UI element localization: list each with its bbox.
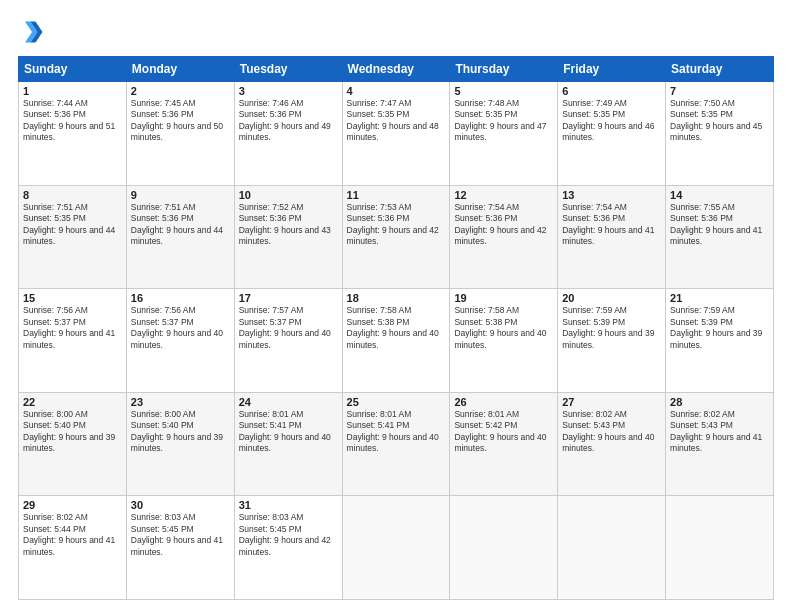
day-content: Sunrise: 7:55 AMSunset: 5:36 PMDaylight:… [670,202,769,248]
calendar-cell: 24Sunrise: 8:01 AMSunset: 5:41 PMDayligh… [234,392,342,496]
calendar-cell: 10Sunrise: 7:52 AMSunset: 5:36 PMDayligh… [234,185,342,289]
day-number: 8 [23,189,122,201]
day-number: 20 [562,292,661,304]
day-content: Sunrise: 8:01 AMSunset: 5:42 PMDaylight:… [454,409,553,455]
day-number: 18 [347,292,446,304]
calendar-cell: 13Sunrise: 7:54 AMSunset: 5:36 PMDayligh… [558,185,666,289]
calendar-cell: 23Sunrise: 8:00 AMSunset: 5:40 PMDayligh… [126,392,234,496]
day-content: Sunrise: 8:00 AMSunset: 5:40 PMDaylight:… [131,409,230,455]
day-number: 22 [23,396,122,408]
calendar-week-row: 8Sunrise: 7:51 AMSunset: 5:35 PMDaylight… [19,185,774,289]
day-content: Sunrise: 8:01 AMSunset: 5:41 PMDaylight:… [347,409,446,455]
day-number: 15 [23,292,122,304]
calendar-cell: 14Sunrise: 7:55 AMSunset: 5:36 PMDayligh… [666,185,774,289]
day-content: Sunrise: 7:50 AMSunset: 5:35 PMDaylight:… [670,98,769,144]
column-header-monday: Monday [126,57,234,82]
column-header-wednesday: Wednesday [342,57,450,82]
day-content: Sunrise: 7:53 AMSunset: 5:36 PMDaylight:… [347,202,446,248]
calendar-cell: 1Sunrise: 7:44 AMSunset: 5:36 PMDaylight… [19,82,127,186]
day-number: 24 [239,396,338,408]
day-number: 25 [347,396,446,408]
day-content: Sunrise: 8:03 AMSunset: 5:45 PMDaylight:… [239,512,338,558]
calendar-cell: 25Sunrise: 8:01 AMSunset: 5:41 PMDayligh… [342,392,450,496]
day-number: 30 [131,499,230,511]
calendar-week-row: 1Sunrise: 7:44 AMSunset: 5:36 PMDaylight… [19,82,774,186]
day-content: Sunrise: 8:00 AMSunset: 5:40 PMDaylight:… [23,409,122,455]
day-content: Sunrise: 8:02 AMSunset: 5:43 PMDaylight:… [562,409,661,455]
column-header-thursday: Thursday [450,57,558,82]
day-number: 14 [670,189,769,201]
calendar-cell: 27Sunrise: 8:02 AMSunset: 5:43 PMDayligh… [558,392,666,496]
day-content: Sunrise: 7:44 AMSunset: 5:36 PMDaylight:… [23,98,122,144]
calendar-cell [558,496,666,600]
calendar-cell: 30Sunrise: 8:03 AMSunset: 5:45 PMDayligh… [126,496,234,600]
header [18,18,774,46]
day-number: 27 [562,396,661,408]
calendar-cell: 5Sunrise: 7:48 AMSunset: 5:35 PMDaylight… [450,82,558,186]
calendar-body: 1Sunrise: 7:44 AMSunset: 5:36 PMDaylight… [19,82,774,600]
day-number: 12 [454,189,553,201]
logo [18,18,50,46]
calendar-cell: 22Sunrise: 8:00 AMSunset: 5:40 PMDayligh… [19,392,127,496]
day-content: Sunrise: 7:54 AMSunset: 5:36 PMDaylight:… [454,202,553,248]
calendar-week-row: 15Sunrise: 7:56 AMSunset: 5:37 PMDayligh… [19,289,774,393]
day-number: 11 [347,189,446,201]
column-header-saturday: Saturday [666,57,774,82]
day-number: 10 [239,189,338,201]
column-header-tuesday: Tuesday [234,57,342,82]
calendar-cell: 12Sunrise: 7:54 AMSunset: 5:36 PMDayligh… [450,185,558,289]
day-number: 1 [23,85,122,97]
calendar-cell: 9Sunrise: 7:51 AMSunset: 5:36 PMDaylight… [126,185,234,289]
day-number: 2 [131,85,230,97]
day-content: Sunrise: 7:59 AMSunset: 5:39 PMDaylight:… [562,305,661,351]
calendar-cell: 3Sunrise: 7:46 AMSunset: 5:36 PMDaylight… [234,82,342,186]
day-content: Sunrise: 7:51 AMSunset: 5:36 PMDaylight:… [131,202,230,248]
calendar-cell: 6Sunrise: 7:49 AMSunset: 5:35 PMDaylight… [558,82,666,186]
calendar-week-row: 29Sunrise: 8:02 AMSunset: 5:44 PMDayligh… [19,496,774,600]
day-number: 23 [131,396,230,408]
calendar-cell [342,496,450,600]
day-number: 29 [23,499,122,511]
day-content: Sunrise: 7:56 AMSunset: 5:37 PMDaylight:… [23,305,122,351]
day-number: 7 [670,85,769,97]
column-header-sunday: Sunday [19,57,127,82]
calendar-cell: 29Sunrise: 8:02 AMSunset: 5:44 PMDayligh… [19,496,127,600]
day-content: Sunrise: 7:54 AMSunset: 5:36 PMDaylight:… [562,202,661,248]
calendar-cell [450,496,558,600]
calendar-cell: 8Sunrise: 7:51 AMSunset: 5:35 PMDaylight… [19,185,127,289]
calendar-cell: 20Sunrise: 7:59 AMSunset: 5:39 PMDayligh… [558,289,666,393]
day-number: 9 [131,189,230,201]
day-number: 17 [239,292,338,304]
calendar-cell: 11Sunrise: 7:53 AMSunset: 5:36 PMDayligh… [342,185,450,289]
calendar-cell: 28Sunrise: 8:02 AMSunset: 5:43 PMDayligh… [666,392,774,496]
day-content: Sunrise: 7:46 AMSunset: 5:36 PMDaylight:… [239,98,338,144]
day-number: 21 [670,292,769,304]
day-content: Sunrise: 8:01 AMSunset: 5:41 PMDaylight:… [239,409,338,455]
calendar-cell: 15Sunrise: 7:56 AMSunset: 5:37 PMDayligh… [19,289,127,393]
page: SundayMondayTuesdayWednesdayThursdayFrid… [0,0,792,612]
calendar-cell: 4Sunrise: 7:47 AMSunset: 5:35 PMDaylight… [342,82,450,186]
calendar-cell: 2Sunrise: 7:45 AMSunset: 5:36 PMDaylight… [126,82,234,186]
day-content: Sunrise: 7:59 AMSunset: 5:39 PMDaylight:… [670,305,769,351]
day-content: Sunrise: 7:49 AMSunset: 5:35 PMDaylight:… [562,98,661,144]
day-content: Sunrise: 7:47 AMSunset: 5:35 PMDaylight:… [347,98,446,144]
calendar-cell [666,496,774,600]
day-number: 26 [454,396,553,408]
calendar-cell: 16Sunrise: 7:56 AMSunset: 5:37 PMDayligh… [126,289,234,393]
day-content: Sunrise: 7:58 AMSunset: 5:38 PMDaylight:… [454,305,553,351]
calendar-cell: 26Sunrise: 8:01 AMSunset: 5:42 PMDayligh… [450,392,558,496]
calendar-cell: 31Sunrise: 8:03 AMSunset: 5:45 PMDayligh… [234,496,342,600]
day-number: 3 [239,85,338,97]
day-number: 5 [454,85,553,97]
day-number: 16 [131,292,230,304]
calendar-cell: 7Sunrise: 7:50 AMSunset: 5:35 PMDaylight… [666,82,774,186]
day-number: 4 [347,85,446,97]
day-content: Sunrise: 8:02 AMSunset: 5:44 PMDaylight:… [23,512,122,558]
calendar-cell: 18Sunrise: 7:58 AMSunset: 5:38 PMDayligh… [342,289,450,393]
logo-icon [18,18,46,46]
calendar-header-row: SundayMondayTuesdayWednesdayThursdayFrid… [19,57,774,82]
day-content: Sunrise: 7:57 AMSunset: 5:37 PMDaylight:… [239,305,338,351]
calendar-cell: 21Sunrise: 7:59 AMSunset: 5:39 PMDayligh… [666,289,774,393]
day-number: 13 [562,189,661,201]
day-number: 6 [562,85,661,97]
